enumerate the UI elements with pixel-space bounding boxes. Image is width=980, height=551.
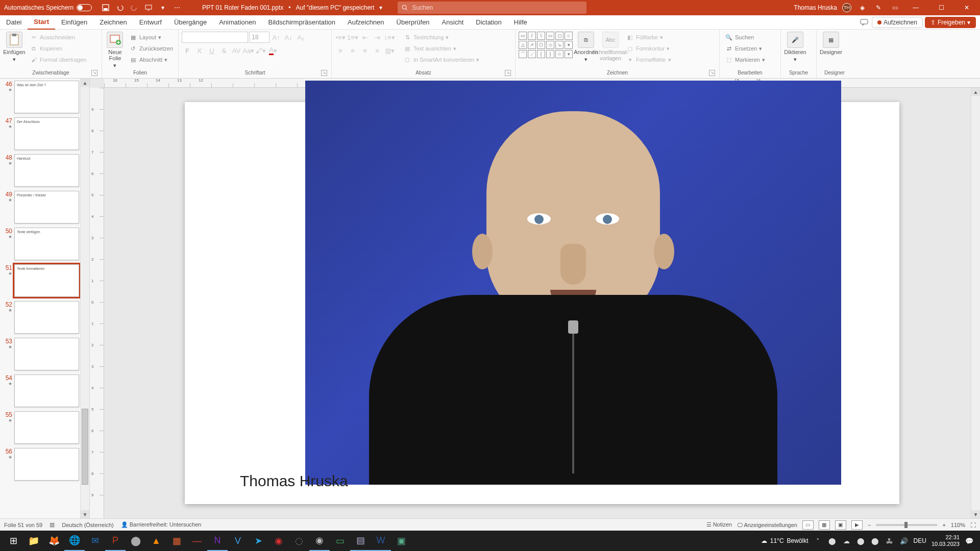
scroll-up-icon[interactable]: ▲ <box>971 88 980 96</box>
replace-button[interactable]: ⇄Ersetzen ▾ <box>723 43 767 54</box>
normal-view-icon[interactable]: ▭ <box>802 520 814 530</box>
quick-styles-button[interactable]: AbcSchnellformat-vorlagen <box>599 32 622 61</box>
thumb-slide-46[interactable]: 46★Was ist dein Ziel ? <box>0 79 89 115</box>
app-icon[interactable]: ◉ <box>268 531 289 551</box>
obs-icon[interactable]: ◉ <box>309 531 330 551</box>
tab-hilfe[interactable]: Hilfe <box>508 15 533 30</box>
canvas-scrollbar[interactable]: ▲ ▼ <box>971 88 980 518</box>
outline-button[interactable]: ▢Formkontur ▾ <box>624 43 673 54</box>
tab-uebergaenge[interactable]: Übergänge <box>168 15 213 30</box>
line-spacing-icon[interactable]: ↕≡▾ <box>384 32 395 43</box>
scroll-down-icon[interactable]: ▼ <box>971 510 980 518</box>
record-button[interactable]: Aufzeichnen <box>872 17 923 28</box>
tab-start[interactable]: Start <box>28 15 55 30</box>
tab-ansicht[interactable]: Ansicht <box>436 15 470 30</box>
word-icon[interactable]: W <box>371 531 391 551</box>
display-settings-button[interactable]: 🖵 Anzeigeeinstellungen <box>737 522 797 528</box>
scroll-down-icon[interactable]: ▼ <box>81 510 89 518</box>
comments-icon[interactable] <box>859 17 870 28</box>
slide-position[interactable]: Folie 51 von 59 <box>4 522 42 528</box>
tray-icon[interactable]: ⬤ <box>828 536 837 545</box>
start-button[interactable]: ⊞ <box>3 531 23 551</box>
highlight-icon[interactable]: 🖍▾ <box>255 45 266 56</box>
tray-expand-icon[interactable]: ˄ <box>814 536 823 545</box>
close-button[interactable]: ✕ <box>957 0 977 15</box>
weather-widget[interactable]: ☁ 11°C Bewölkt <box>761 537 808 544</box>
bold-icon[interactable]: F <box>182 45 193 56</box>
dialog-launcher-icon[interactable]: ↘ <box>709 70 715 76</box>
notifications-icon[interactable]: 💬 <box>965 536 974 545</box>
clear-format-icon[interactable]: Aᵪ <box>295 32 306 43</box>
thumbs-scrollbar[interactable]: ▲ ▼ <box>80 79 89 518</box>
user-name[interactable]: Thomas Hruska <box>794 4 837 11</box>
align-left-icon[interactable]: ≡ <box>335 45 346 56</box>
underline-icon[interactable]: U <box>206 45 217 56</box>
chevron-down-icon[interactable]: ▾ <box>379 4 382 11</box>
fit-window-icon[interactable]: ⛶ <box>970 522 976 528</box>
cut-button[interactable]: ✂Ausschneiden <box>28 32 88 43</box>
search-input[interactable]: Suchen <box>398 2 586 14</box>
thumb-slide-48[interactable]: 48★Handout <box>0 152 89 189</box>
minimize-button[interactable]: — <box>905 0 926 15</box>
designer-button[interactable]: ▦Designer <box>820 32 842 55</box>
align-text-button[interactable]: ▤Text ausrichten ▾ <box>401 43 481 54</box>
window-layout-icon[interactable]: ▭ <box>889 2 900 13</box>
powerpoint-icon[interactable]: P <box>105 531 126 551</box>
telegram-icon[interactable]: ➤ <box>248 531 268 551</box>
shadow-icon[interactable]: AV <box>231 45 242 56</box>
bullets-icon[interactable]: •≡▾ <box>335 32 346 43</box>
firefox-icon[interactable]: 🦊 <box>44 531 64 551</box>
sorter-view-icon[interactable]: ▦ <box>819 520 830 530</box>
tab-dictation[interactable]: Dictation <box>470 15 508 30</box>
slide[interactable]: Thomas Hruska <box>185 102 899 504</box>
dialog-launcher-icon[interactable]: ↘ <box>505 70 511 76</box>
italic-icon[interactable]: K <box>194 45 205 56</box>
font-family-input[interactable] <box>182 32 248 43</box>
pen-icon[interactable]: ✎ <box>873 2 884 13</box>
present-from-start-icon[interactable] <box>143 2 154 13</box>
justify-icon[interactable]: ≡ <box>372 45 383 56</box>
thumb-slide-47[interactable]: 47★Der Abschluss <box>0 115 89 152</box>
indent-dec-icon[interactable]: ⇤ <box>359 32 371 43</box>
new-slide-button[interactable]: Neue Folie▾ <box>105 32 125 68</box>
text-direction-button[interactable]: ⇅Textrichtung ▾ <box>401 32 481 43</box>
spacing-icon[interactable]: Aa▾ <box>243 45 254 56</box>
section-button[interactable]: ▤Abschnitt ▾ <box>127 54 175 65</box>
shapes-gallery[interactable]: ▭/\▭◻○ △↗⬠◇↘▾ ⌒⟋{}☆▾ <box>519 32 573 58</box>
tab-aufzeichnen[interactable]: Aufzeichnen <box>341 15 390 30</box>
notes-button[interactable]: ☰ Notizen <box>706 521 732 528</box>
autosave-toggle[interactable] <box>77 4 92 11</box>
strike-icon[interactable]: S̶ <box>218 45 230 56</box>
grow-font-icon[interactable]: A↑ <box>271 32 282 43</box>
volume-icon[interactable]: 🔊 <box>899 536 909 545</box>
copy-button[interactable]: ⧉Kopieren <box>28 43 88 54</box>
numbering-icon[interactable]: 1≡▾ <box>347 32 358 43</box>
tab-bildschirm[interactable]: Bildschirmpräsentation <box>262 15 341 30</box>
zoom-value[interactable]: 110% <box>951 522 965 528</box>
tab-einfuegen[interactable]: Einfügen <box>55 15 93 30</box>
thumb-slide-50[interactable]: 50★Texte einfügen <box>0 226 89 262</box>
shrink-font-icon[interactable]: A↓ <box>283 32 294 43</box>
paste-button[interactable]: Einfügen▾ <box>3 32 26 62</box>
tab-entwurf[interactable]: Entwurf <box>133 15 168 30</box>
thumb-slide-53[interactable]: 53★ <box>0 336 89 372</box>
dialog-launcher-icon[interactable]: ↘ <box>321 70 327 76</box>
align-right-icon[interactable]: ≡ <box>359 45 371 56</box>
spellcheck-icon[interactable]: ▥ <box>50 521 55 528</box>
thumb-slide-54[interactable]: 54★ <box>0 372 89 409</box>
tab-datei[interactable]: Datei <box>0 15 28 30</box>
thumb-slide-55[interactable]: 55★ <box>0 409 89 446</box>
indent-inc-icon[interactable]: ⇥ <box>372 32 383 43</box>
app-icon[interactable]: ▦ <box>166 531 187 551</box>
onedrive-icon[interactable]: ☁ <box>842 536 851 545</box>
app-icon[interactable]: V <box>228 531 248 551</box>
reset-button[interactable]: ↺Zurücksetzen <box>127 43 175 54</box>
clock[interactable]: 22:3110.03.2023 <box>932 534 960 547</box>
reading-view-icon[interactable]: ▣ <box>835 520 846 530</box>
app-icon[interactable]: ▤ <box>350 531 371 551</box>
tray-icon[interactable]: ⬤ <box>871 536 880 545</box>
save-icon[interactable] <box>100 2 111 13</box>
select-button[interactable]: ⬚Markieren ▾ <box>723 54 767 65</box>
dictate-button[interactable]: 🎤Diktieren▾ <box>784 32 806 62</box>
redo-icon[interactable] <box>129 2 140 13</box>
